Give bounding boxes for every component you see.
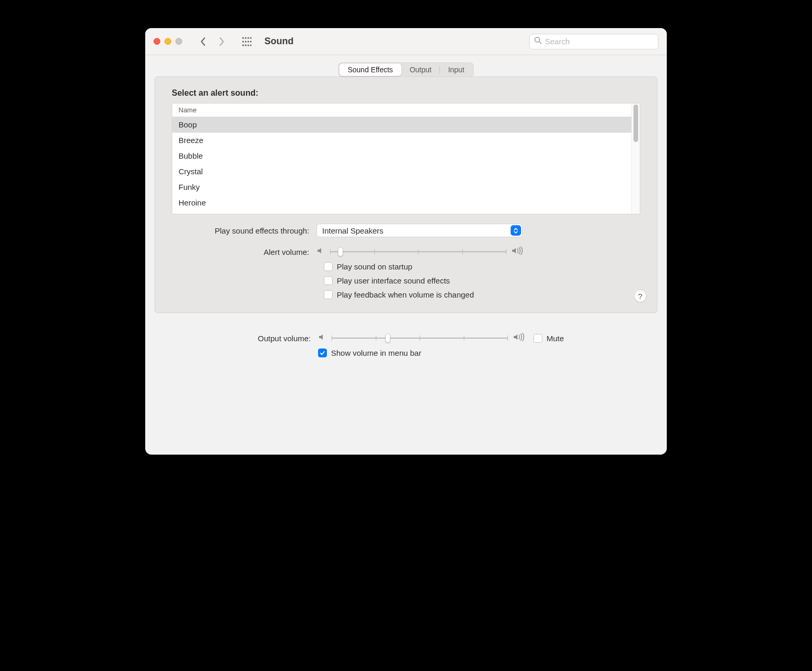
output-volume-label: Output volume: bbox=[164, 334, 318, 343]
volume-low-icon bbox=[318, 333, 326, 343]
menu-bar-volume-checkbox[interactable] bbox=[318, 349, 327, 357]
svg-point-4 bbox=[242, 41, 244, 42]
help-button[interactable]: ? bbox=[634, 290, 646, 302]
svg-point-3 bbox=[250, 37, 251, 38]
ui-sounds-checkbox[interactable] bbox=[324, 276, 333, 285]
slider-thumb[interactable] bbox=[338, 247, 343, 256]
svg-point-12 bbox=[535, 37, 540, 42]
alert-volume-label: Alert volume: bbox=[172, 248, 316, 256]
select-chevrons-icon bbox=[511, 225, 521, 236]
svg-point-1 bbox=[245, 37, 246, 38]
titlebar: Sound bbox=[145, 28, 667, 55]
search-input[interactable] bbox=[545, 37, 654, 46]
alert-list-scrollbar[interactable] bbox=[631, 104, 640, 214]
startup-sound-label: Play sound on startup bbox=[337, 262, 412, 271]
menu-bar-volume-label: Show volume in menu bar bbox=[331, 349, 421, 357]
alert-sound-list[interactable]: Name Boop Breeze Bubble Crystal Funky He… bbox=[172, 103, 640, 214]
ui-sounds-label: Play user interface sound effects bbox=[337, 276, 450, 285]
volume-high-icon bbox=[511, 247, 523, 257]
svg-point-2 bbox=[247, 37, 249, 38]
slider-thumb[interactable] bbox=[385, 333, 390, 343]
play-through-value: Internal Speakers bbox=[322, 226, 384, 235]
svg-point-11 bbox=[250, 44, 251, 46]
svg-point-7 bbox=[250, 41, 251, 42]
play-through-label: Play sound effects through: bbox=[172, 226, 316, 235]
volume-feedback-label: Play feedback when volume is changed bbox=[337, 290, 474, 299]
scrollbar-thumb[interactable] bbox=[633, 105, 638, 142]
volume-low-icon bbox=[316, 247, 325, 257]
alert-sound-row[interactable]: Boop bbox=[172, 117, 631, 133]
output-volume-area: Output volume: bbox=[155, 328, 657, 357]
alert-sound-row[interactable]: Funky bbox=[172, 179, 631, 195]
forward-button bbox=[214, 34, 229, 49]
tab-bar: Sound Effects Output Input bbox=[338, 62, 474, 77]
close-window-button[interactable] bbox=[154, 38, 160, 45]
alert-sound-row[interactable]: Breeze bbox=[172, 133, 631, 148]
preferences-window: Sound Sound Effects Output Input Select … bbox=[145, 28, 667, 455]
search-field[interactable] bbox=[529, 34, 658, 49]
back-button[interactable] bbox=[196, 34, 210, 49]
search-icon bbox=[534, 36, 542, 46]
tab-sound-effects[interactable]: Sound Effects bbox=[339, 63, 401, 76]
svg-point-0 bbox=[242, 37, 244, 38]
play-through-select[interactable]: Internal Speakers bbox=[316, 224, 523, 237]
tab-input[interactable]: Input bbox=[440, 63, 473, 76]
svg-point-6 bbox=[247, 41, 249, 42]
zoom-window-button bbox=[175, 38, 182, 45]
svg-line-13 bbox=[539, 42, 541, 44]
alert-list-column-header[interactable]: Name bbox=[172, 104, 631, 117]
window-controls bbox=[154, 38, 182, 45]
alert-sound-label: Select an alert sound: bbox=[172, 88, 640, 98]
volume-feedback-checkbox[interactable] bbox=[324, 290, 333, 299]
alert-sound-row[interactable]: Crystal bbox=[172, 164, 631, 179]
svg-point-10 bbox=[247, 44, 249, 46]
mute-checkbox[interactable] bbox=[534, 334, 542, 343]
svg-point-9 bbox=[245, 44, 246, 46]
alert-sound-row[interactable]: Bubble bbox=[172, 148, 631, 164]
tab-output[interactable]: Output bbox=[401, 63, 440, 76]
alert-sound-row[interactable]: Heroine bbox=[172, 195, 631, 211]
alert-volume-slider[interactable] bbox=[330, 247, 506, 257]
startup-sound-checkbox[interactable] bbox=[324, 262, 333, 271]
svg-point-5 bbox=[245, 41, 246, 42]
content-area: Sound Effects Output Input Select an ale… bbox=[145, 55, 667, 455]
output-volume-slider[interactable] bbox=[332, 333, 508, 343]
svg-point-8 bbox=[242, 44, 244, 46]
window-title: Sound bbox=[264, 36, 294, 47]
minimize-window-button[interactable] bbox=[164, 38, 171, 45]
volume-high-icon bbox=[513, 333, 524, 343]
show-all-button[interactable] bbox=[239, 34, 254, 49]
sound-effects-panel: Select an alert sound: Name Boop Breeze … bbox=[155, 76, 657, 313]
mute-label: Mute bbox=[547, 334, 564, 343]
